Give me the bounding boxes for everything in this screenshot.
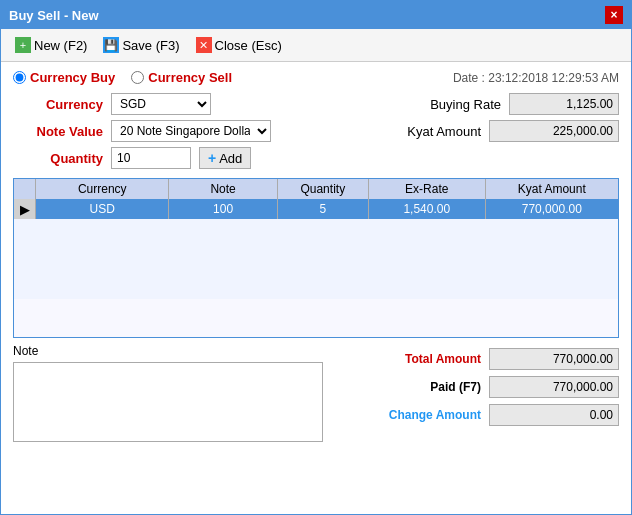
note-value-row: Note Value 20 Note Singapore Dollar Kyat… bbox=[13, 120, 619, 142]
title-bar-left: Buy Sell - New bbox=[9, 8, 99, 23]
row-arrow: ▶ bbox=[14, 199, 36, 219]
row-currency: USD bbox=[36, 199, 169, 219]
note-value-select[interactable]: 20 Note Singapore Dollar bbox=[111, 120, 271, 142]
paid-input[interactable] bbox=[489, 376, 619, 398]
header-note: Note bbox=[169, 179, 277, 199]
table-row[interactable]: ▶ USD 100 5 1,540.00 770,000.00 bbox=[14, 199, 618, 219]
kyat-amount-input[interactable] bbox=[489, 120, 619, 142]
change-amount-label: Change Amount bbox=[389, 408, 481, 422]
form-area: Currency SGD USD Buying Rate Note Value … bbox=[1, 89, 631, 178]
buying-rate-label: Buying Rate bbox=[411, 97, 501, 112]
radio-row: Currency Buy Currency Sell Date : 23:12:… bbox=[1, 62, 631, 89]
save-button[interactable]: 💾 Save (F3) bbox=[99, 35, 183, 55]
quantity-label: Quantity bbox=[13, 151, 103, 166]
total-amount-input bbox=[489, 348, 619, 370]
header-currency: Currency bbox=[36, 179, 169, 199]
title-bar: Buy Sell - New × bbox=[1, 1, 631, 29]
buy-radio-input[interactable] bbox=[13, 71, 26, 84]
buying-rate-input[interactable] bbox=[509, 93, 619, 115]
radio-group: Currency Buy Currency Sell bbox=[13, 70, 232, 85]
bottom-area: Note Total Amount Paid (F7) Change Amoun… bbox=[1, 338, 631, 448]
sell-radio-input[interactable] bbox=[131, 71, 144, 84]
close-label: Close (Esc) bbox=[215, 38, 282, 53]
toolbar: + New (F2) 💾 Save (F3) ✕ Close (Esc) bbox=[1, 29, 631, 62]
currency-row: Currency SGD USD Buying Rate bbox=[13, 93, 619, 115]
paid-row: Paid (F7) bbox=[389, 376, 619, 398]
note-textarea[interactable] bbox=[13, 362, 323, 442]
kyat-amount-group: Kyat Amount bbox=[391, 120, 619, 142]
add-button[interactable]: + Add bbox=[199, 147, 251, 169]
note-value-label: Note Value bbox=[13, 124, 103, 139]
main-window: Buy Sell - New × + New (F2) 💾 Save (F3) … bbox=[0, 0, 632, 515]
paid-label: Paid (F7) bbox=[430, 380, 481, 394]
plus-icon: + bbox=[208, 150, 216, 166]
total-amount-label: Total Amount bbox=[405, 352, 481, 366]
currency-label: Currency bbox=[13, 97, 103, 112]
note-label: Note bbox=[13, 344, 323, 358]
data-table-container: Currency Note Quantity Ex-Rate Kyat Amou… bbox=[13, 178, 619, 338]
table-header-row: Currency Note Quantity Ex-Rate Kyat Amou… bbox=[14, 179, 618, 199]
currency-buy-radio[interactable]: Currency Buy bbox=[13, 70, 115, 85]
close-button[interactable]: ✕ Close (Esc) bbox=[192, 35, 286, 55]
totals-section: Total Amount Paid (F7) Change Amount bbox=[389, 344, 619, 442]
sell-radio-label: Currency Sell bbox=[148, 70, 232, 85]
currency-select[interactable]: SGD USD bbox=[111, 93, 211, 115]
row-exrate: 1,540.00 bbox=[369, 199, 486, 219]
change-amount-input bbox=[489, 404, 619, 426]
new-button[interactable]: + New (F2) bbox=[11, 35, 91, 55]
save-icon: 💾 bbox=[103, 37, 119, 53]
save-label: Save (F3) bbox=[122, 38, 179, 53]
add-label: Add bbox=[219, 151, 242, 166]
header-arrow-col bbox=[14, 179, 36, 199]
new-label: New (F2) bbox=[34, 38, 87, 53]
buying-rate-group: Buying Rate bbox=[411, 93, 619, 115]
close-icon: ✕ bbox=[196, 37, 212, 53]
change-amount-row: Change Amount bbox=[389, 404, 619, 426]
currency-sell-radio[interactable]: Currency Sell bbox=[131, 70, 232, 85]
row-note: 100 bbox=[169, 199, 277, 219]
buy-radio-label: Currency Buy bbox=[30, 70, 115, 85]
note-section: Note bbox=[13, 344, 323, 442]
header-exrate: Ex-Rate bbox=[369, 179, 486, 199]
quantity-input[interactable] bbox=[111, 147, 191, 169]
window-close-button[interactable]: × bbox=[605, 6, 623, 24]
new-icon: + bbox=[15, 37, 31, 53]
header-quantity: Quantity bbox=[278, 179, 369, 199]
row-quantity: 5 bbox=[278, 199, 369, 219]
kyat-amount-label: Kyat Amount bbox=[391, 124, 481, 139]
row-kyat-amount: 770,000.00 bbox=[486, 199, 618, 219]
window-title: Buy Sell - New bbox=[9, 8, 99, 23]
quantity-row: Quantity + Add bbox=[13, 147, 619, 169]
date-label: Date : 23:12:2018 12:29:53 AM bbox=[453, 71, 619, 85]
total-amount-row: Total Amount bbox=[389, 348, 619, 370]
header-kyat-amount: Kyat Amount bbox=[486, 179, 618, 199]
